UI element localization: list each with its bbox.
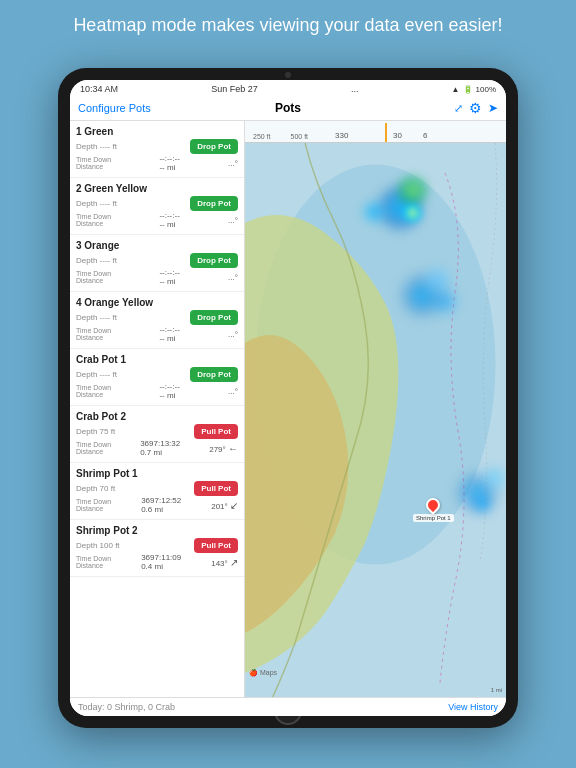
pot-btn[interactable]: Pull Pot: [194, 481, 238, 496]
expand-icon: ⤢: [454, 102, 463, 115]
pot-depth: Depth ---- ft: [76, 313, 117, 322]
scale-250: 250 ft: [253, 133, 271, 140]
pot-item-3: 4 Orange Yellow Depth ---- ft Drop Pot T…: [70, 292, 244, 349]
pot-btn[interactable]: Pull Pot: [194, 424, 238, 439]
dist-label: Distance: [76, 220, 111, 227]
status-bar: 10:34 AM Sun Feb 27 ... ▲ 🔋 100%: [70, 80, 506, 96]
pot-labels: Time Down Distance: [76, 441, 111, 455]
pot-marker-shrimp1[interactable]: Shrimp Pot 1: [413, 498, 454, 522]
pot-row-depth: Depth ---- ft Drop Pot: [76, 139, 238, 154]
pot-name: 4 Orange Yellow: [76, 297, 238, 308]
ruler-mark-30: 30: [393, 131, 402, 140]
pot-depth: Depth 100 ft: [76, 541, 120, 550]
ruler-mark-6: 6: [423, 131, 427, 140]
pot-item-0: 1 Green Depth ---- ft Drop Pot Time Down…: [70, 121, 244, 178]
pot-btn[interactable]: Drop Pot: [190, 139, 238, 154]
bottom-status: Today: 0 Shrimp, 0 Crab: [78, 702, 175, 712]
pot-depth: Depth 70 ft: [76, 484, 115, 493]
status-time: 10:34 AM: [80, 84, 118, 94]
status-date: Sun Feb 27: [211, 84, 258, 94]
page-heading: Heatmap mode makes viewing your data eve…: [0, 0, 576, 47]
scale-bar: 1 mi: [491, 687, 502, 693]
pot-row-depth: Depth 100 ft Pull Pot: [76, 538, 238, 553]
gear-icon[interactable]: ⚙: [469, 100, 482, 116]
pot-btn[interactable]: Drop Pot: [190, 367, 238, 382]
compass-icon[interactable]: ➤: [488, 101, 498, 115]
pot-item-4: Crab Pot 1 Depth ---- ft Drop Pot Time D…: [70, 349, 244, 406]
pot-marker-label: Shrimp Pot 1: [413, 514, 454, 522]
pot-item-6: Shrimp Pot 1 Depth 70 ft Pull Pot Time D…: [70, 463, 244, 520]
pot-depth: Depth ---- ft: [76, 142, 117, 151]
pot-name: Crab Pot 2: [76, 411, 238, 422]
pot-bearing: ...°: [228, 273, 238, 282]
pot-btn[interactable]: Pull Pot: [194, 538, 238, 553]
nav-icons: ⤢ ⚙ ➤: [358, 100, 498, 116]
pot-labels: Time Down Distance: [76, 384, 111, 398]
configure-pots-button[interactable]: Configure Pots: [78, 102, 218, 114]
map-area[interactable]: 250 ft 500 ft 330 30 6: [245, 121, 506, 697]
pot-name: Shrimp Pot 1: [76, 468, 238, 479]
pot-row-depth: Depth 70 ft Pull Pot: [76, 481, 238, 496]
pot-row-info: Time Down Distance --:--:-- -- mi ...°: [76, 211, 238, 229]
dist-val: -- mi: [159, 391, 179, 400]
pot-btn[interactable]: Drop Pot: [190, 196, 238, 211]
heatmap-blob-8: [480, 463, 506, 493]
wifi-icon: ▲: [452, 85, 460, 94]
pot-btn[interactable]: Drop Pot: [190, 310, 238, 325]
pot-values: --:--:-- -- mi: [159, 382, 179, 400]
pot-labels: Time Down Distance: [76, 327, 111, 341]
pot-row-depth: Depth ---- ft Drop Pot: [76, 367, 238, 382]
view-history-button[interactable]: View History: [448, 702, 498, 712]
pot-list: 1 Green Depth ---- ft Drop Pot Time Down…: [70, 121, 245, 697]
pot-depth: Depth 75 ft: [76, 427, 115, 436]
pot-name: 3 Orange: [76, 240, 238, 251]
pot-labels: Time Down Distance: [76, 213, 111, 227]
camera: [285, 72, 291, 78]
time-val: --:--:--: [159, 211, 179, 220]
pot-values: --:--:-- -- mi: [159, 268, 179, 286]
nav-title: Pots: [218, 101, 358, 115]
pot-labels: Time Down Distance: [76, 156, 111, 170]
time-label: Time Down: [76, 327, 111, 334]
time-val: 3697:12:52: [141, 496, 181, 505]
pot-row-info: Time Down Distance 3697:11:09 0.4 mi 143…: [76, 553, 238, 571]
pot-item-5: Crab Pot 2 Depth 75 ft Pull Pot Time Dow…: [70, 406, 244, 463]
pot-btn[interactable]: Drop Pot: [190, 253, 238, 268]
pot-row-depth: Depth ---- ft Drop Pot: [76, 196, 238, 211]
pot-item-7: Shrimp Pot 2 Depth 100 ft Pull Pot Time …: [70, 520, 244, 577]
scale-500: 500 ft: [291, 133, 309, 140]
map-ruler: 250 ft 500 ft 330 30 6: [245, 121, 506, 143]
apple-maps-icon: 🍎 Maps: [249, 669, 277, 676]
pot-name: 1 Green: [76, 126, 238, 137]
pot-item-1: 2 Green Yellow Depth ---- ft Drop Pot Ti…: [70, 178, 244, 235]
pot-bearing: ...°: [228, 330, 238, 339]
pot-bearing: ...°: [228, 159, 238, 168]
pot-values: 3697:11:09 0.4 mi: [141, 553, 181, 571]
heatmap-blob-9: [470, 493, 495, 515]
heatmap-blob-3: [360, 198, 388, 226]
pot-name: Shrimp Pot 2: [76, 525, 238, 536]
pot-row-info: Time Down Distance --:--:-- -- mi ...°: [76, 154, 238, 172]
pot-row-info: Time Down Distance 3697:13:32 0.7 mi 279…: [76, 439, 238, 457]
pot-labels: Time Down Distance: [76, 498, 111, 512]
pot-bearing: 201° ↙: [211, 500, 238, 511]
pot-row-info: Time Down Distance 3697:12:52 0.6 mi 201…: [76, 496, 238, 514]
ruler-scale: 250 ft 500 ft: [253, 133, 308, 140]
pot-values: --:--:-- -- mi: [159, 325, 179, 343]
pot-row-info: Time Down Distance --:--:-- -- mi ...°: [76, 325, 238, 343]
ruler-mark-330: 330: [335, 131, 348, 140]
pot-bearing: ...°: [228, 216, 238, 225]
pot-row-depth: Depth 75 ft Pull Pot: [76, 424, 238, 439]
pot-row-info: Time Down Distance --:--:-- -- mi ...°: [76, 268, 238, 286]
ruler-label-30: 30: [393, 131, 402, 140]
pot-item-2: 3 Orange Depth ---- ft Drop Pot Time Dow…: [70, 235, 244, 292]
pot-labels: Time Down Distance: [76, 555, 111, 569]
dist-val: -- mi: [159, 334, 179, 343]
pot-values: --:--:-- -- mi: [159, 211, 179, 229]
time-label: Time Down: [76, 441, 111, 448]
pot-marker-icon: [423, 495, 443, 515]
pot-bearing: 143° ↗: [211, 557, 238, 568]
pot-depth: Depth ---- ft: [76, 370, 117, 379]
dist-label: Distance: [76, 391, 111, 398]
dist-label: Distance: [76, 163, 111, 170]
